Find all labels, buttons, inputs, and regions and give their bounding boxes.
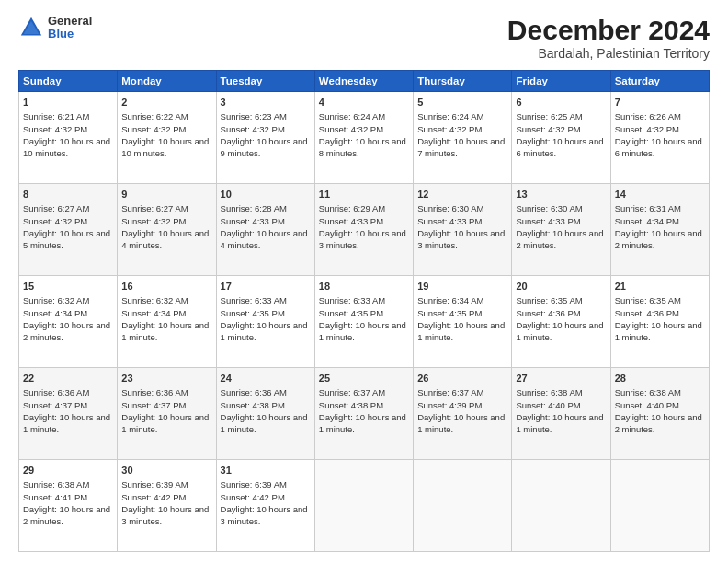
calendar-header-tuesday: Tuesday <box>216 71 314 92</box>
calendar-cell: 1 Sunrise: 6:21 AM Sunset: 4:32 PM Dayli… <box>19 92 118 184</box>
calendar-cell: 22 Sunrise: 6:36 AM Sunset: 4:37 PM Dayl… <box>19 368 118 460</box>
day-number: 1 <box>23 96 113 109</box>
calendar-week-1: 8 Sunrise: 6:27 AM Sunset: 4:32 PM Dayli… <box>19 184 710 276</box>
calendar-cell: 16 Sunrise: 6:32 AM Sunset: 4:34 PM Dayl… <box>118 276 216 368</box>
sunset-text: Sunset: 4:42 PM <box>221 492 285 502</box>
calendar-header-friday: Friday <box>512 71 610 92</box>
sunset-text: Sunset: 4:32 PM <box>23 124 87 134</box>
logo-blue: Blue <box>48 28 92 40</box>
sunset-text: Sunset: 4:32 PM <box>319 124 383 134</box>
calendar-cell <box>610 460 709 552</box>
sunset-text: Sunset: 4:34 PM <box>121 308 186 318</box>
sunrise-text: Sunrise: 6:34 AM <box>417 295 483 305</box>
calendar-cell: 29 Sunrise: 6:38 AM Sunset: 4:41 PM Dayl… <box>19 460 118 552</box>
sunset-text: Sunset: 4:32 PM <box>516 124 580 134</box>
sunset-text: Sunset: 4:34 PM <box>615 216 679 226</box>
daylight-text: Daylight: 10 hours and 6 minutes. <box>516 136 603 158</box>
sunset-text: Sunset: 4:36 PM <box>516 308 580 318</box>
sunrise-text: Sunrise: 6:36 AM <box>121 387 188 397</box>
sunset-text: Sunset: 4:41 PM <box>23 492 87 502</box>
calendar-cell: 13 Sunrise: 6:30 AM Sunset: 4:33 PM Dayl… <box>512 184 610 276</box>
daylight-text: Daylight: 10 hours and 2 minutes. <box>23 320 110 342</box>
calendar-cell: 12 Sunrise: 6:30 AM Sunset: 4:33 PM Dayl… <box>414 184 512 276</box>
calendar-cell: 30 Sunrise: 6:39 AM Sunset: 4:42 PM Dayl… <box>118 460 216 552</box>
sunrise-text: Sunrise: 6:38 AM <box>23 479 89 489</box>
daylight-text: Daylight: 10 hours and 1 minute. <box>319 320 406 342</box>
daylight-text: Daylight: 10 hours and 1 minute. <box>516 320 603 342</box>
sunrise-text: Sunrise: 6:24 AM <box>319 111 385 121</box>
daylight-text: Daylight: 10 hours and 1 minute. <box>221 412 308 434</box>
sunset-text: Sunset: 4:40 PM <box>615 400 679 410</box>
sunrise-text: Sunrise: 6:30 AM <box>417 203 483 213</box>
calendar-week-3: 22 Sunrise: 6:36 AM Sunset: 4:37 PM Dayl… <box>19 368 710 460</box>
calendar-week-0: 1 Sunrise: 6:21 AM Sunset: 4:32 PM Dayli… <box>19 92 710 184</box>
calendar-header-wednesday: Wednesday <box>314 71 413 92</box>
sunrise-text: Sunrise: 6:35 AM <box>516 295 582 305</box>
sunrise-text: Sunrise: 6:30 AM <box>516 203 582 213</box>
daylight-text: Daylight: 10 hours and 1 minute. <box>615 320 702 342</box>
day-number: 24 <box>221 372 311 385</box>
daylight-text: Daylight: 10 hours and 10 minutes. <box>121 136 209 158</box>
sunset-text: Sunset: 4:33 PM <box>417 216 482 226</box>
sunset-text: Sunset: 4:32 PM <box>121 216 186 226</box>
calendar-cell: 19 Sunrise: 6:34 AM Sunset: 4:35 PM Dayl… <box>414 276 512 368</box>
daylight-text: Daylight: 10 hours and 3 minutes. <box>417 228 505 250</box>
calendar-cell: 17 Sunrise: 6:33 AM Sunset: 4:35 PM Dayl… <box>216 276 314 368</box>
logo-text: General Blue <box>48 15 92 41</box>
sunset-text: Sunset: 4:38 PM <box>319 400 383 410</box>
day-number: 13 <box>516 188 606 201</box>
daylight-text: Daylight: 10 hours and 2 minutes. <box>23 504 110 526</box>
daylight-text: Daylight: 10 hours and 2 minutes. <box>516 228 603 250</box>
calendar-cell: 21 Sunrise: 6:35 AM Sunset: 4:36 PM Dayl… <box>610 276 709 368</box>
sunrise-text: Sunrise: 6:33 AM <box>319 295 385 305</box>
calendar-cell: 20 Sunrise: 6:35 AM Sunset: 4:36 PM Dayl… <box>512 276 610 368</box>
sunrise-text: Sunrise: 6:25 AM <box>516 111 582 121</box>
sunset-text: Sunset: 4:42 PM <box>121 492 186 502</box>
calendar-cell: 8 Sunrise: 6:27 AM Sunset: 4:32 PM Dayli… <box>19 184 118 276</box>
daylight-text: Daylight: 10 hours and 10 minutes. <box>23 136 110 158</box>
day-number: 30 <box>121 464 211 477</box>
calendar-cell <box>314 460 413 552</box>
daylight-text: Daylight: 10 hours and 2 minutes. <box>615 412 702 434</box>
calendar-cell: 4 Sunrise: 6:24 AM Sunset: 4:32 PM Dayli… <box>314 92 413 184</box>
calendar-header-thursday: Thursday <box>414 71 512 92</box>
sunrise-text: Sunrise: 6:32 AM <box>121 295 188 305</box>
day-number: 3 <box>221 96 311 109</box>
sunrise-text: Sunrise: 6:24 AM <box>417 111 483 121</box>
daylight-text: Daylight: 10 hours and 2 minutes. <box>615 228 702 250</box>
sunset-text: Sunset: 4:37 PM <box>121 400 186 410</box>
sunset-text: Sunset: 4:36 PM <box>615 308 679 318</box>
sunset-text: Sunset: 4:39 PM <box>417 400 482 410</box>
day-number: 28 <box>615 372 705 385</box>
day-number: 25 <box>319 372 409 385</box>
sunrise-text: Sunrise: 6:39 AM <box>221 479 287 489</box>
sunrise-text: Sunrise: 6:37 AM <box>319 387 385 397</box>
calendar-table: SundayMondayTuesdayWednesdayThursdayFrid… <box>18 70 710 552</box>
day-number: 26 <box>417 372 507 385</box>
sunrise-text: Sunrise: 6:39 AM <box>121 479 188 489</box>
sunrise-text: Sunrise: 6:27 AM <box>121 203 188 213</box>
sunrise-text: Sunrise: 6:36 AM <box>221 387 287 397</box>
sunset-text: Sunset: 4:40 PM <box>516 400 580 410</box>
day-number: 10 <box>221 188 311 201</box>
calendar-cell: 23 Sunrise: 6:36 AM Sunset: 4:37 PM Dayl… <box>118 368 216 460</box>
daylight-text: Daylight: 10 hours and 7 minutes. <box>417 136 505 158</box>
sunrise-text: Sunrise: 6:23 AM <box>221 111 287 121</box>
calendar-cell: 2 Sunrise: 6:22 AM Sunset: 4:32 PM Dayli… <box>118 92 216 184</box>
daylight-text: Daylight: 10 hours and 1 minute. <box>516 412 603 434</box>
sunset-text: Sunset: 4:32 PM <box>23 216 87 226</box>
sunrise-text: Sunrise: 6:28 AM <box>221 203 287 213</box>
sunrise-text: Sunrise: 6:27 AM <box>23 203 89 213</box>
sunrise-text: Sunrise: 6:38 AM <box>516 387 582 397</box>
day-number: 15 <box>23 280 113 293</box>
day-number: 2 <box>121 96 211 109</box>
day-number: 27 <box>516 372 606 385</box>
daylight-text: Daylight: 10 hours and 1 minute. <box>23 412 110 434</box>
daylight-text: Daylight: 10 hours and 4 minutes. <box>221 228 308 250</box>
day-number: 4 <box>319 96 409 109</box>
daylight-text: Daylight: 10 hours and 3 minutes. <box>319 228 406 250</box>
sunrise-text: Sunrise: 6:36 AM <box>23 387 89 397</box>
calendar-cell: 11 Sunrise: 6:29 AM Sunset: 4:33 PM Dayl… <box>314 184 413 276</box>
daylight-text: Daylight: 10 hours and 1 minute. <box>417 412 505 434</box>
sunrise-text: Sunrise: 6:38 AM <box>615 387 681 397</box>
